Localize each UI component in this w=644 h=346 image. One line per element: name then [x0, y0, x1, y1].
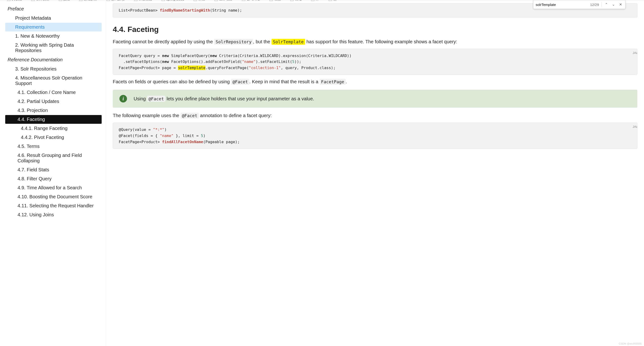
code-facet-anno: @Facet	[231, 79, 249, 85]
nav-item[interactable]: 4.4.2. Pivot Faceting	[5, 133, 102, 142]
nav-item[interactable]: 4.7. Field Stats	[5, 166, 102, 174]
code-solrrepository: SolrRepository	[214, 39, 253, 45]
nav-item[interactable]: 3. Solr Repositories	[5, 65, 102, 73]
nav-group-2: 3. Solr Repositories4. Miscellaneous Sol…	[0, 65, 106, 219]
nav-item[interactable]: 2. Working with Spring Data Repositories	[5, 41, 102, 55]
code-facet-anno-2: @Facet	[180, 113, 199, 119]
bookmark-item[interactable]: 前端	[290, 0, 302, 1]
nav-item[interactable]: 4.1. Collection / Core Name	[5, 88, 102, 97]
find-count: 12/29	[590, 2, 599, 7]
bookmark-item[interactable]: 某	[329, 0, 337, 1]
note-text: Using @Facet lets you define place holde…	[134, 96, 314, 102]
para-1: Faceting cannot be directly applied by u…	[113, 38, 637, 45]
nav-item[interactable]: 4.8. Filter Query	[5, 174, 102, 183]
folder-icon	[134, 0, 138, 1]
watermark: CSDN @wu955555	[619, 342, 642, 345]
bookmark-item[interactable]: 工作项目	[214, 0, 232, 1]
nav-item[interactable]: 1. New & Noteworthy	[5, 32, 102, 40]
code-solrtemplate: SolrTemplate	[272, 39, 305, 45]
find-prev-icon[interactable]: ⌃	[604, 2, 609, 7]
nav-section-preface: Preface	[0, 4, 106, 13]
folder-icon	[106, 0, 110, 1]
note-code: @Facet	[147, 96, 166, 102]
nav-item[interactable]: 4.4. Faceting	[5, 115, 102, 124]
para-2: Facets on fields or queries can also be …	[113, 78, 637, 85]
bookmark-item[interactable]: 公司网址	[242, 0, 260, 1]
nav-item[interactable]: 4.2. Partial Updates	[5, 97, 102, 106]
bookmark-item[interactable]: 算法	[194, 0, 205, 1]
nav-item[interactable]: 4. Miscellaneous Solr Operation Support	[5, 74, 102, 88]
nav-item[interactable]: Requirements	[5, 23, 102, 31]
folder-icon	[311, 0, 314, 1]
nav-item[interactable]: Project Metadata	[5, 14, 102, 22]
folder-icon	[329, 0, 332, 1]
main-content[interactable]: List<ProductBean> findByNameStartingWith…	[106, 0, 644, 346]
bookmark-item[interactable]: 开发框架	[134, 0, 152, 1]
folder-icon	[194, 0, 197, 1]
info-icon: i	[120, 95, 127, 102]
find-input[interactable]	[536, 2, 588, 7]
nav-item[interactable]: 4.12. Using Joins	[5, 210, 102, 219]
para-3: The following example uses the @Facet an…	[113, 112, 637, 119]
folder-icon	[214, 0, 218, 1]
find-bar: 12/29 ⌃ ⌄ ✕	[533, 0, 626, 9]
folder-icon	[270, 0, 273, 1]
nav-item[interactable]: 4.6. Result Grouping and Field Collapsin…	[5, 151, 102, 165]
sidebar[interactable]: Preface Project MetadataRequirements1. N…	[0, 0, 106, 346]
code-block-2: JAV@Query(value = "*:*") @Facet(fields =…	[113, 123, 637, 149]
code-lang-label: JAV	[633, 51, 637, 55]
bookmark-item[interactable]: 敲点	[270, 0, 281, 1]
folder-icon	[162, 0, 165, 1]
nav-item[interactable]: 4.10. Boosting the Document Score	[5, 192, 102, 201]
code-block-1: JAVFacetQuery query = new SimpleFacetQue…	[113, 49, 637, 75]
nav-item[interactable]: 4.11. Selecting the Request Handler	[5, 201, 102, 210]
nav-item[interactable]: 4.4.1. Range Faceting	[5, 124, 102, 133]
divider	[601, 2, 602, 7]
find-next-icon[interactable]: ⌄	[611, 2, 616, 7]
nav-item[interactable]: 4.3. Projection	[5, 106, 102, 115]
code-lang-label-2: JAV	[633, 125, 637, 129]
folder-icon	[242, 0, 245, 1]
folder-icon	[290, 0, 294, 1]
info-note: i Using @Facet lets you define place hol…	[113, 90, 637, 108]
bookmark-item[interactable]: 库	[311, 0, 319, 1]
nav-group-1: Project MetadataRequirements1. New & Not…	[0, 14, 106, 55]
code-facetpage: FacetPage	[320, 79, 346, 85]
bookmark-item[interactable]: 源码解读	[106, 0, 125, 1]
nav-item[interactable]: 4.9. Time Allowed for a Search	[5, 183, 102, 192]
nav-section-refdoc: Reference Documentation	[0, 55, 106, 64]
section-heading: 4.4. Faceting	[113, 25, 637, 34]
nav-item[interactable]: 4.5. Terms	[5, 142, 102, 151]
find-close-icon[interactable]: ✕	[618, 2, 623, 7]
bookmark-item[interactable]: spring cloud	[162, 0, 184, 1]
root: Preface Project MetadataRequirements1. N…	[0, 0, 644, 346]
